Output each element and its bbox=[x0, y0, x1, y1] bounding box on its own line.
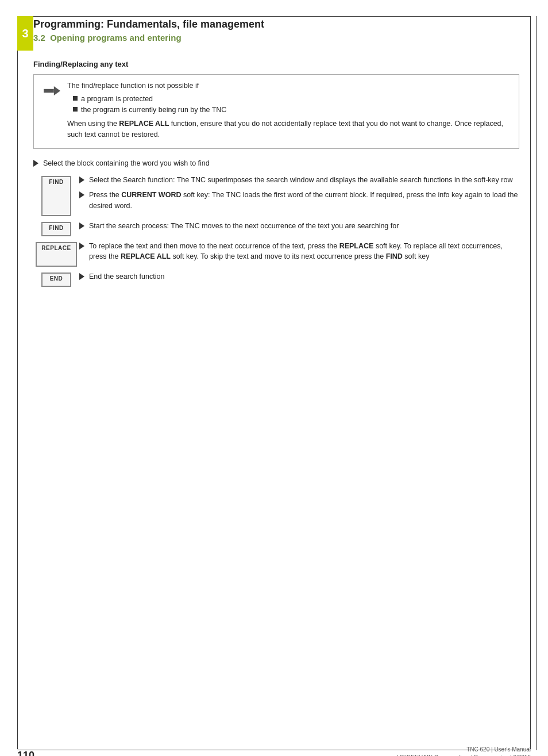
key-col-end: END bbox=[33, 271, 79, 287]
section-title-text: Opening programs and entering bbox=[50, 33, 181, 43]
footer-text: TNC 620 | User's Manual HEIDENHAIN Conve… bbox=[397, 746, 531, 756]
arrow-icon-replace bbox=[79, 243, 84, 250]
sub-instructions-end: End the search function bbox=[79, 271, 519, 287]
top-border bbox=[17, 16, 531, 17]
bullet-icon-2 bbox=[73, 107, 78, 112]
key-group-replace: REPLACE To replace the text and then mov… bbox=[33, 241, 519, 267]
left-border bbox=[17, 16, 18, 749]
notice-bullet-2: the program is currently being run by th… bbox=[67, 105, 511, 116]
arrow-icon-find-2 bbox=[79, 222, 84, 229]
svg-marker-2 bbox=[54, 86, 60, 95]
key-col-replace: REPLACE bbox=[33, 241, 79, 267]
footer-line2: HEIDENHAIN Conversational Programming | … bbox=[397, 754, 531, 756]
svg-rect-1 bbox=[44, 89, 54, 93]
subsection-heading: Finding/Replacing any text bbox=[33, 60, 519, 68]
arrow-icon-find-1a bbox=[79, 176, 84, 183]
chapter-number: 3 bbox=[22, 27, 28, 40]
notice-warning: When using the REPLACE ALL function, ens… bbox=[67, 118, 511, 140]
notice-arrow-icon bbox=[42, 82, 60, 100]
arrow-icon-end bbox=[79, 273, 84, 280]
top-instruction: Select the block containing the word you… bbox=[33, 158, 519, 169]
arrow-icon-find-1b bbox=[79, 191, 84, 198]
step-replace-text: To replace the text and then move to the… bbox=[89, 241, 519, 263]
top-instruction-text: Select the block containing the word you… bbox=[43, 158, 519, 169]
notice-bullet-2-text: the program is currently being run by th… bbox=[81, 105, 226, 116]
content-area: Programming: Fundamentals, file manageme… bbox=[33, 11, 519, 324]
find-button-1[interactable]: FIND bbox=[41, 176, 71, 216]
replace-button[interactable]: REPLACE bbox=[36, 242, 76, 267]
step-end-text: End the search function bbox=[89, 271, 164, 282]
notice-box: The find/replace function is not possibl… bbox=[33, 74, 519, 149]
chapter-tab: 3 bbox=[17, 16, 33, 51]
end-button[interactable]: END bbox=[41, 273, 71, 287]
sub-instructions-find-2: Start the search process: The TNC moves … bbox=[79, 221, 519, 236]
find-button-2[interactable]: FIND bbox=[41, 222, 71, 236]
step-find-2: Start the search process: The TNC moves … bbox=[79, 221, 519, 232]
notice-bullet-1: a program is protected bbox=[67, 94, 511, 105]
key-col-find-2: FIND bbox=[33, 221, 79, 236]
step-find-1b-text: Press the CURRENT WORD soft key: The TNC… bbox=[89, 190, 519, 212]
notice-content: The find/replace function is not possibl… bbox=[67, 80, 511, 143]
step-find-1a: Select the Search function: The TNC supe… bbox=[79, 175, 519, 186]
step-find-1a-text: Select the Search function: The TNC supe… bbox=[89, 175, 512, 186]
key-group-find-2: FIND Start the search process: The TNC m… bbox=[33, 221, 519, 236]
section-number: 3.2 bbox=[33, 33, 45, 43]
key-group-end: END End the search function bbox=[33, 271, 519, 287]
page: 3 Programming: Fundamentals, file manage… bbox=[0, 11, 548, 756]
sub-instructions-replace: To replace the text and then move to the… bbox=[79, 241, 519, 267]
bullet-icon-1 bbox=[73, 96, 78, 101]
page-footer: 110 TNC 620 | User's Manual HEIDENHAIN C… bbox=[17, 746, 531, 756]
footer-line1: TNC 620 | User's Manual bbox=[397, 746, 531, 754]
right-border bbox=[530, 16, 531, 749]
notice-bullet-1-text: a program is protected bbox=[81, 94, 153, 105]
step-find-1b: Press the CURRENT WORD soft key: The TNC… bbox=[79, 190, 519, 212]
sub-instructions-find-1: Select the Search function: The TNC supe… bbox=[79, 175, 519, 216]
notice-intro: The find/replace function is not possibl… bbox=[67, 80, 511, 91]
right-inner-border bbox=[536, 16, 537, 750]
step-find-2-text: Start the search process: The TNC moves … bbox=[89, 221, 399, 232]
step-replace: To replace the text and then move to the… bbox=[79, 241, 519, 263]
step-end: End the search function bbox=[79, 271, 519, 282]
arrow-triangle-icon bbox=[33, 160, 38, 167]
key-col-find-1: FIND bbox=[33, 175, 79, 216]
chapter-title: Programming: Fundamentals, file manageme… bbox=[33, 11, 519, 30]
key-group-find-1: FIND Select the Search function: The TNC… bbox=[33, 175, 519, 216]
page-number: 110 bbox=[17, 750, 34, 756]
section-title: 3.2 Opening programs and entering bbox=[33, 33, 519, 43]
